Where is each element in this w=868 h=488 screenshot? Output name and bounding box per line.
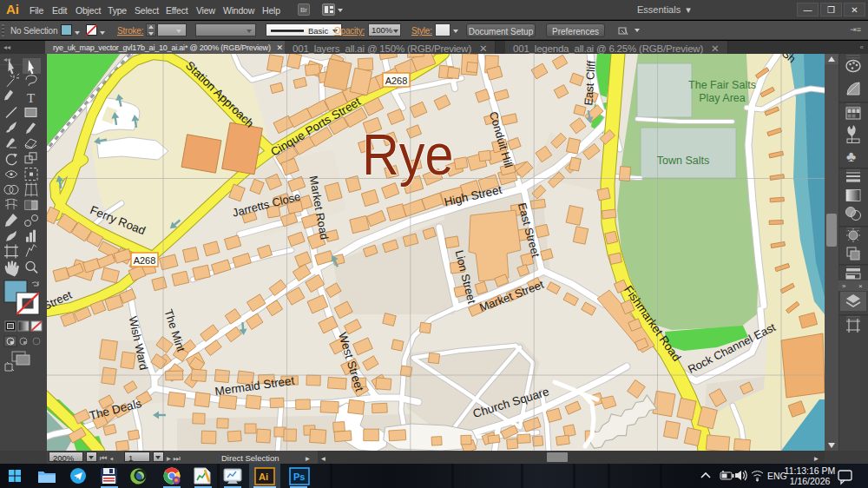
svg-text:The Fair Salts: The Fair Salts <box>688 79 756 91</box>
svg-text:»: » <box>842 282 846 290</box>
svg-text:1/16/2026: 1/16/2026 <box>790 476 831 486</box>
svg-text:Town Salts: Town Salts <box>657 155 709 167</box>
svg-text:Ai: Ai <box>259 472 268 482</box>
svg-text:A268: A268 <box>385 76 408 86</box>
svg-text:×: × <box>858 282 863 290</box>
svg-text:Play Area: Play Area <box>699 92 746 104</box>
svg-text:♣: ♣ <box>846 148 856 165</box>
svg-text:Ps: Ps <box>293 472 305 482</box>
svg-text:A268: A268 <box>134 255 156 266</box>
svg-text:Rye: Rye <box>362 123 454 188</box>
svg-text:T: T <box>27 91 35 105</box>
svg-text:11:13:16 PM: 11:13:16 PM <box>785 465 836 476</box>
